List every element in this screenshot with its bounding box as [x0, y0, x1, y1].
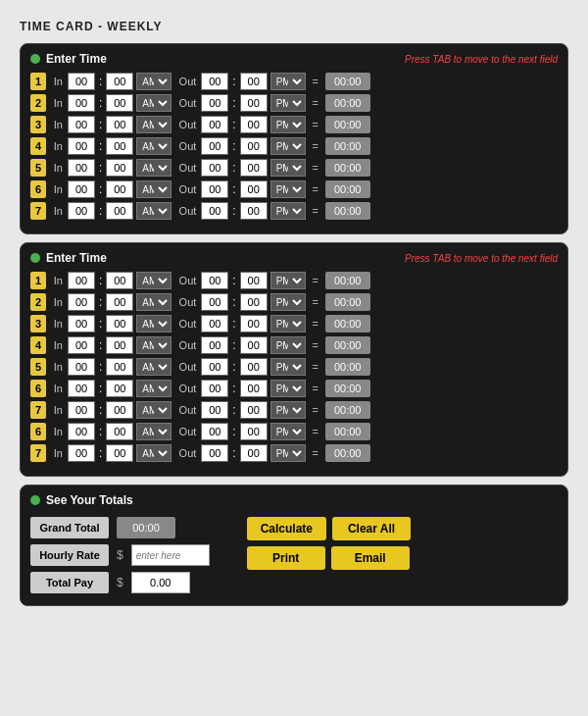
out-ampm-select[interactable]: AM PM	[270, 202, 306, 220]
calculate-button[interactable]: Calculate	[247, 517, 326, 540]
out-ampm-select[interactable]: AM PM	[270, 94, 306, 112]
out-minutes-input[interactable]	[240, 444, 268, 462]
out-ampm-select[interactable]: AM PM	[270, 315, 306, 332]
out-hours-input[interactable]	[201, 202, 228, 220]
in-hours-input[interactable]	[68, 159, 95, 177]
out-ampm-select[interactable]: AM PM	[270, 336, 306, 354]
out-minutes-input[interactable]	[240, 159, 268, 177]
clear-all-button[interactable]: Clear All	[332, 517, 411, 540]
in-ampm-select[interactable]: AM PM	[136, 293, 172, 311]
out-ampm-select[interactable]: AM PM	[270, 159, 306, 177]
in-hours-input[interactable]	[68, 315, 95, 332]
out-hours-input[interactable]	[201, 116, 228, 133]
in-ampm-select[interactable]: AM PM	[136, 180, 172, 198]
out-hours-input[interactable]	[201, 137, 228, 155]
out-hours-input[interactable]	[201, 180, 228, 198]
out-hours-input[interactable]	[201, 423, 228, 440]
in-hours-input[interactable]	[68, 94, 95, 112]
out-minutes-input[interactable]	[240, 116, 268, 133]
in-hours-input[interactable]	[68, 73, 95, 90]
hourly-rate-input[interactable]	[131, 544, 210, 566]
out-ampm-select[interactable]: AM PM	[270, 380, 306, 397]
in-hours-input[interactable]	[68, 180, 95, 198]
in-hours-input[interactable]	[68, 202, 95, 220]
in-minutes-input[interactable]	[106, 444, 133, 462]
in-minutes-input[interactable]	[106, 315, 133, 332]
out-minutes-input[interactable]	[240, 94, 268, 112]
out-ampm-select[interactable]: AM PM	[270, 116, 306, 133]
out-minutes-input[interactable]	[240, 293, 268, 311]
out-ampm-select[interactable]: AM PM	[270, 444, 306, 462]
out-hours-input[interactable]	[201, 358, 228, 376]
out-ampm-select[interactable]: AM PM	[270, 423, 306, 440]
out-minutes-input[interactable]	[240, 73, 268, 90]
in-minutes-input[interactable]	[106, 380, 133, 397]
in-minutes-input[interactable]	[106, 202, 133, 220]
out-minutes-input[interactable]	[240, 272, 268, 289]
in-ampm-select[interactable]: AM PM	[136, 159, 172, 177]
out-minutes-input[interactable]	[240, 315, 268, 332]
out-ampm-select[interactable]: AM PM	[270, 272, 306, 289]
in-ampm-select[interactable]: AM PM	[136, 116, 172, 133]
out-minutes-input[interactable]	[240, 380, 268, 397]
print-button[interactable]: Print	[247, 546, 325, 570]
in-minutes-input[interactable]	[106, 401, 133, 419]
in-minutes-input[interactable]	[106, 423, 133, 440]
in-ampm-select[interactable]: AM PM	[136, 272, 172, 289]
in-hours-input[interactable]	[68, 137, 95, 155]
in-minutes-input[interactable]	[106, 137, 133, 155]
in-minutes-input[interactable]	[106, 293, 133, 311]
email-button[interactable]: Email	[331, 546, 410, 570]
in-hours-input[interactable]	[68, 423, 95, 440]
out-minutes-input[interactable]	[240, 202, 268, 220]
in-hours-input[interactable]	[68, 116, 95, 133]
in-minutes-input[interactable]	[106, 336, 133, 354]
in-minutes-input[interactable]	[106, 159, 133, 177]
in-ampm-select[interactable]: AM PM	[136, 423, 172, 440]
in-ampm-select[interactable]: AM PM	[136, 94, 172, 112]
in-minutes-input[interactable]	[106, 180, 133, 198]
in-ampm-select[interactable]: AM PM	[136, 315, 172, 332]
out-minutes-input[interactable]	[240, 336, 268, 354]
out-ampm-select[interactable]: AM PM	[270, 358, 306, 376]
in-minutes-input[interactable]	[106, 116, 133, 133]
out-hours-input[interactable]	[201, 293, 228, 311]
out-minutes-input[interactable]	[240, 358, 268, 376]
in-hours-input[interactable]	[68, 272, 95, 289]
in-hours-input[interactable]	[68, 380, 95, 397]
out-hours-input[interactable]	[201, 94, 228, 112]
in-hours-input[interactable]	[68, 401, 95, 419]
out-ampm-select[interactable]: AM PM	[270, 137, 306, 155]
in-hours-input[interactable]	[68, 444, 95, 462]
out-ampm-select[interactable]: AM PM	[270, 293, 306, 311]
out-ampm-select[interactable]: AM PM	[270, 73, 306, 90]
out-hours-input[interactable]	[201, 401, 228, 419]
in-hours-input[interactable]	[68, 336, 95, 354]
out-hours-input[interactable]	[201, 73, 228, 90]
in-ampm-select[interactable]: AM PM	[136, 401, 172, 419]
out-hours-input[interactable]	[201, 380, 228, 397]
in-minutes-input[interactable]	[106, 358, 133, 376]
out-ampm-select[interactable]: AM PM	[270, 180, 306, 198]
out-hours-input[interactable]	[201, 315, 228, 332]
in-hours-input[interactable]	[68, 293, 95, 311]
in-ampm-select[interactable]: AM PM	[136, 202, 172, 220]
in-minutes-input[interactable]	[106, 94, 133, 112]
in-ampm-select[interactable]: AM PM	[136, 380, 172, 397]
in-ampm-select[interactable]: AM PM	[136, 336, 172, 354]
out-ampm-select[interactable]: AM PM	[270, 401, 306, 419]
out-minutes-input[interactable]	[240, 423, 268, 440]
in-ampm-select[interactable]: AM PM	[136, 358, 172, 376]
in-ampm-select[interactable]: AM PM	[136, 444, 172, 462]
in-ampm-select[interactable]: AM PM	[136, 73, 172, 90]
in-hours-input[interactable]	[68, 358, 95, 376]
in-minutes-input[interactable]	[106, 272, 133, 289]
out-minutes-input[interactable]	[240, 180, 268, 198]
out-minutes-input[interactable]	[240, 401, 268, 419]
out-minutes-input[interactable]	[240, 137, 268, 155]
in-minutes-input[interactable]	[106, 73, 133, 90]
out-hours-input[interactable]	[201, 159, 228, 177]
in-ampm-select[interactable]: AM PM	[136, 137, 172, 155]
out-hours-input[interactable]	[201, 336, 228, 354]
out-hours-input[interactable]	[201, 444, 228, 462]
